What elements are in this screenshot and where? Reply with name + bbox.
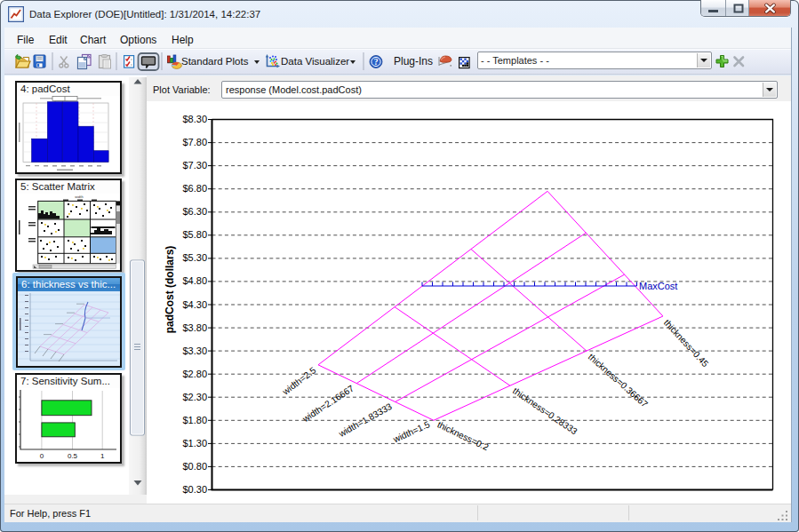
svg-text:?: ?	[374, 58, 379, 67]
svg-text:1: 1	[100, 452, 105, 460]
svg-text:width: width	[75, 195, 83, 199]
svg-text:0.5: 0.5	[68, 452, 78, 460]
svg-text:0: 0	[40, 452, 44, 460]
